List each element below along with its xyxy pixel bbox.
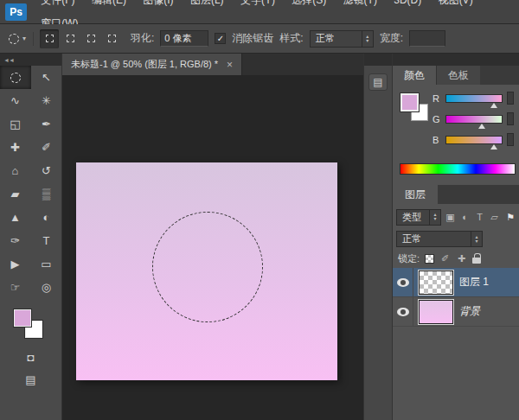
tool-options-bar: ▾ 羽化: ✓ 消除锯齿 样式: 正常 ▴ ▾ 宽度:: [0, 24, 519, 54]
feather-input[interactable]: [160, 30, 208, 47]
lasso-tool[interactable]: ∿: [0, 89, 31, 112]
document-tab-title: 未标题-1 @ 50% (图层 1, RGB/8) *: [71, 58, 218, 71]
lock-all-icon[interactable]: [472, 253, 481, 264]
channel-b-value-box[interactable]: [507, 133, 514, 146]
eyedropper-icon: ✒: [42, 118, 51, 130]
channel-b-slider[interactable]: [445, 136, 503, 144]
tab-layers[interactable]: 图层: [393, 185, 438, 204]
new-selection-button[interactable]: [40, 29, 59, 48]
screen-mode-button[interactable]: ▤: [0, 368, 61, 391]
layer-thumbnail[interactable]: [419, 270, 453, 295]
clone-stamp-tool[interactable]: ⌂: [0, 159, 31, 182]
document-tab[interactable]: 未标题-1 @ 50% (图层 1, RGB/8) * ×: [62, 54, 242, 75]
menu-image[interactable]: 图像(I): [136, 0, 180, 6]
channel-g-slider[interactable]: [445, 115, 503, 124]
menu-type[interactable]: 文字(Y): [234, 0, 282, 6]
width-input[interactable]: [409, 30, 445, 47]
crop-icon: ◱: [10, 118, 20, 130]
path-selection-tool[interactable]: ▶: [0, 252, 31, 276]
crop-tool[interactable]: ◱: [0, 112, 31, 136]
gradient-tool[interactable]: ▒: [31, 182, 62, 206]
layer-filter-type-dropdown[interactable]: 类型 ▴ ▾: [396, 209, 441, 226]
panel-icon-glyph: ▤: [373, 76, 382, 88]
right-panel-dock: 颜色 色板 R G B: [393, 54, 519, 420]
magic-wand-tool[interactable]: ✳: [31, 89, 62, 112]
quick-mask-button[interactable]: ◘: [0, 346, 61, 368]
collapsed-panel-icon[interactable]: ▤: [368, 73, 388, 91]
layer-row-background[interactable]: 背景: [393, 297, 519, 327]
antialias-checkbox[interactable]: ✓: [215, 33, 226, 44]
menu-file[interactable]: 文件(F): [34, 0, 81, 6]
elliptical-marquee-tool[interactable]: [0, 66, 31, 89]
slider-thumb[interactable]: [490, 144, 497, 150]
history-brush-tool[interactable]: ↺: [31, 159, 62, 182]
blend-mode-dropdown[interactable]: 正常 ▴ ▾: [396, 231, 483, 247]
style-dropdown[interactable]: 正常 ▴ ▾: [310, 30, 374, 48]
color-spectrum-ramp[interactable]: [400, 163, 516, 175]
lock-position-icon[interactable]: ✚: [456, 253, 467, 264]
tools-grid: ↖ ∿ ✳ ◱ ✒ ✚ ✐ ⌂ ↺ ▰ ▒ ▲ ◐ ✑ T ▶ ▭ ☞ ◎: [0, 66, 61, 299]
feather-label: 羽化:: [131, 31, 154, 46]
lock-transparency-icon[interactable]: [425, 254, 434, 264]
visibility-toggle[interactable]: [393, 268, 413, 296]
zoom-tool[interactable]: ◎: [31, 276, 62, 299]
visibility-toggle[interactable]: [393, 297, 413, 326]
foreground-color-swatch[interactable]: [400, 93, 419, 111]
hand-tool[interactable]: ☞: [0, 276, 31, 299]
subtract-selection-button[interactable]: [81, 29, 100, 48]
move-tool[interactable]: ↖: [31, 66, 62, 89]
selection-mode-group: [40, 29, 121, 48]
eraser-tool[interactable]: ▰: [0, 182, 31, 206]
menu-select[interactable]: 选择(S): [285, 0, 333, 6]
adjustment-filter-icon[interactable]: ◐: [459, 212, 471, 222]
filter-toggle-icon[interactable]: ⚑: [506, 212, 515, 223]
type-tool[interactable]: T: [31, 229, 62, 252]
filter-type-value: 类型: [397, 211, 429, 224]
tab-color[interactable]: 颜色: [393, 66, 436, 85]
screen-mode-icon: ▤: [25, 373, 35, 386]
pen-tool[interactable]: ✑: [0, 229, 31, 252]
toolbar-collapse-toggle[interactable]: ◄◄: [0, 54, 61, 66]
shape-filter-icon[interactable]: ▱: [489, 212, 500, 223]
lock-pixels-icon[interactable]: ✐: [439, 253, 451, 264]
canvas-pasteboard: [62, 76, 363, 420]
healing-brush-tool[interactable]: ✚: [0, 136, 31, 159]
eyedropper-tool[interactable]: ✒: [31, 112, 62, 136]
menu-layer[interactable]: 图层(L): [183, 0, 231, 6]
shape-tool[interactable]: ▭: [31, 252, 62, 276]
layer-name: 背景: [459, 304, 480, 319]
slider-thumb[interactable]: [490, 103, 497, 108]
dodge-tool[interactable]: ◐: [31, 206, 62, 229]
type-filter-icon[interactable]: T: [474, 212, 485, 222]
blur-tool[interactable]: ▲: [0, 206, 31, 229]
hand-icon: ☞: [10, 281, 21, 294]
channel-r-slider[interactable]: [445, 94, 503, 103]
add-selection-button[interactable]: [61, 29, 80, 48]
color-panel: R G B: [393, 85, 519, 178]
chevron-down-icon: ▾: [475, 239, 477, 244]
menu-view[interactable]: 视图(V): [432, 0, 480, 6]
foreground-color-swatch[interactable]: [14, 309, 31, 327]
menu-edit[interactable]: 编辑(E): [85, 0, 133, 6]
intersect-selection-button[interactable]: [102, 29, 121, 48]
layer-row-layer1[interactable]: 图层 1: [393, 268, 519, 297]
close-icon[interactable]: ×: [227, 59, 233, 71]
tool-preset-dropdown[interactable]: ▾: [7, 32, 34, 46]
collapse-icon: ◄◄: [3, 57, 14, 63]
blend-mode-value: 正常: [397, 232, 471, 245]
brush-tool[interactable]: ✐: [31, 136, 62, 159]
channel-g-value-box[interactable]: [507, 112, 514, 125]
chevron-down-icon: ▾: [433, 217, 436, 221]
layer-thumbnail[interactable]: [419, 300, 453, 324]
tab-swatches[interactable]: 色板: [436, 66, 480, 85]
lock-row: 锁定: ✐ ✚: [393, 249, 519, 268]
slider-thumb[interactable]: [478, 124, 485, 129]
style-label: 样式:: [279, 31, 303, 46]
blur-icon: ▲: [10, 211, 21, 224]
menu-3d[interactable]: 3D(D): [387, 0, 428, 6]
canvas-document[interactable]: [76, 162, 337, 380]
pixel-filter-icon[interactable]: ▣: [445, 212, 456, 223]
menu-filter[interactable]: 滤镜(T): [336, 0, 384, 6]
channel-r-value-box[interactable]: [507, 92, 514, 105]
width-label: 宽度:: [380, 31, 403, 46]
